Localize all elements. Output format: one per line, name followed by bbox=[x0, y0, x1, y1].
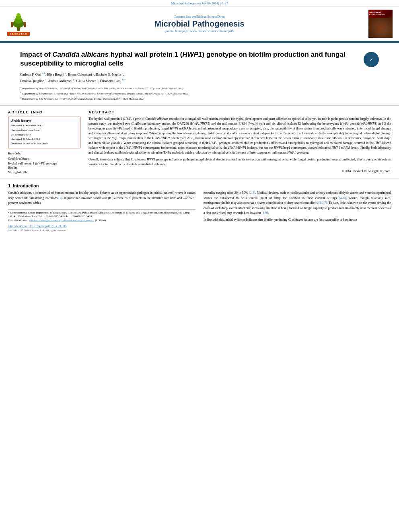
sciencedirect-link-text[interactable]: ScienceDirect bbox=[208, 15, 226, 18]
sciencedirect-line: Contents lists available at ScienceDirec… bbox=[31, 15, 368, 18]
elsevier-logo: ELSEVIER bbox=[6, 12, 31, 36]
email-blasi[interactable]: elisabetta.blasi@unimore.it bbox=[29, 219, 60, 222]
introduction-title: 1. Introduction bbox=[8, 183, 391, 188]
affiliations: a Department of Health Sciences, Univers… bbox=[20, 86, 379, 101]
intro-right-column: mortality ranging from 20 to 50% [2,3]. … bbox=[204, 191, 391, 232]
abstract-column: ABSTRACT The hyphal wall protein 1 (HWP1… bbox=[88, 110, 391, 175]
authors-line: Carlotta F. Orsi a,b, Elisa Borghi a, Br… bbox=[20, 71, 379, 84]
article-title-section: Impact of Candida albicans hyphal wall p… bbox=[0, 43, 399, 106]
abstract-body: The hyphal wall protein 1 (HWP1) gene of… bbox=[88, 117, 391, 173]
svg-point-4 bbox=[16, 13, 21, 16]
cover-text: MICROBIALPATHOGENESIS bbox=[369, 11, 385, 16]
history-label: Article history: bbox=[11, 119, 77, 123]
doi-link[interactable]: http://dx.doi.org/10.1016/j.micpath.2014… bbox=[8, 224, 195, 228]
crossmark-circle: ✓ bbox=[364, 52, 379, 67]
elsevier-logo-section: ELSEVIER bbox=[6, 12, 31, 36]
copyright-line: © 2014 Elsevier Ltd. All rights reserved… bbox=[88, 169, 391, 173]
elsevier-label: ELSEVIER bbox=[7, 32, 29, 36]
svg-rect-8 bbox=[24, 24, 26, 27]
article-title: Impact of Candida albicans hyphal wall p… bbox=[20, 50, 360, 68]
keyword-3: Biofilm bbox=[8, 166, 80, 170]
footnote-section: * Corresponding author. Department of Di… bbox=[8, 209, 195, 232]
article-info-column: ARTICLE INFO Article history: Received 3… bbox=[8, 110, 80, 175]
intro-left-text: Candida albicans, a commensal of human m… bbox=[8, 191, 195, 205]
elsevier-tree-icon bbox=[6, 12, 31, 32]
homepage-url[interactable]: www.elsevier.com/locate/micpath bbox=[190, 29, 234, 33]
journal-header: ELSEVIER Contents lists available at Sci… bbox=[0, 6, 399, 42]
intro-left-column: Candida albicans, a commensal of human m… bbox=[8, 191, 195, 232]
abstract-label: ABSTRACT bbox=[88, 110, 391, 114]
issn-line: 0882-4010/© 2014 Elsevier Ltd. All right… bbox=[8, 229, 195, 232]
introduction-body: Candida albicans, a commensal of human m… bbox=[8, 191, 391, 232]
intro-right-text: mortality ranging from 20 to 50% [2,3]. … bbox=[204, 191, 391, 222]
keyword-2: Hyphal wall protein 1 (HWP1) genotype bbox=[8, 161, 80, 166]
article-info-abstract-section: ARTICLE INFO Article history: Received 3… bbox=[0, 106, 399, 179]
email-ardizzoni[interactable]: ardizzoni.andrea@unimore.it bbox=[62, 219, 95, 222]
ref-4-6[interactable]: [4–6] bbox=[339, 196, 346, 200]
abstract-paragraph-2: Overall, these data indicate that C. alb… bbox=[88, 157, 391, 167]
received-date: Received 3 December 2013 Received in rev… bbox=[11, 123, 77, 146]
journal-citation-bar: Microbial Pathogenesis 69-70 (2014) 20–2… bbox=[0, 0, 399, 6]
journal-homepage-line: journal homepage: www.elsevier.com/locat… bbox=[31, 29, 368, 33]
svg-rect-6 bbox=[11, 24, 13, 27]
svg-point-7 bbox=[24, 22, 26, 24]
keyword-1: Candida albicans bbox=[8, 156, 80, 161]
journal-title: Microbial Pathogenesis bbox=[31, 19, 368, 29]
keywords-label: Keywords: bbox=[8, 152, 80, 155]
keywords-section: Keywords: Candida albicans Hyphal wall p… bbox=[8, 152, 80, 175]
journal-cover-section: MICROBIALPATHOGENESIS bbox=[368, 10, 393, 38]
article-info-label: ARTICLE INFO bbox=[8, 110, 80, 114]
journal-cover-image: MICROBIALPATHOGENESIS bbox=[368, 10, 393, 38]
footnote-emails: E-mail addresses: elisabetta.blasi@unimo… bbox=[8, 219, 195, 223]
cover-decorative-image bbox=[368, 18, 393, 38]
ref-8-9[interactable]: [8,9] bbox=[262, 211, 268, 215]
title-crossmark-row: Impact of Candida albicans hyphal wall p… bbox=[20, 50, 379, 68]
article-history-box: Article history: Received 3 December 201… bbox=[8, 117, 80, 148]
svg-point-5 bbox=[11, 22, 13, 24]
introduction-section: 1. Introduction Candida albicans, a comm… bbox=[0, 179, 399, 236]
journal-citation: Microbial Pathogenesis 69-70 (2014) 20–2… bbox=[171, 2, 228, 5]
crossmark-badge[interactable]: ✓ bbox=[364, 52, 379, 67]
ref-1[interactable]: [1] bbox=[58, 196, 62, 200]
journal-center-info: Contents lists available at ScienceDirec… bbox=[31, 15, 368, 33]
ref-2-3[interactable]: [2,3] bbox=[249, 191, 255, 195]
ref-2-3-7[interactable]: [2,3,7] bbox=[319, 201, 327, 205]
keyword-4: Microglial cells bbox=[8, 170, 80, 175]
abstract-paragraph-1: The hyphal wall protein 1 (HWP1) gene of… bbox=[88, 117, 391, 155]
footnote-correspondence: * Corresponding author. Department of Di… bbox=[8, 211, 195, 219]
